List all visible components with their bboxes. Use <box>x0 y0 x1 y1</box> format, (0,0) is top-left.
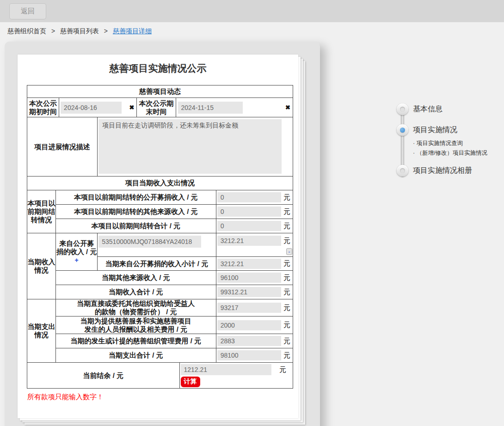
unit-label: 元 <box>283 288 290 297</box>
step-circle-active-icon <box>397 124 408 136</box>
balance-label: 当前结余 / 元 <box>27 363 180 389</box>
expense-aid-input[interactable] <box>217 303 281 313</box>
carryover-public-label: 本项目以前期间结转的公开募捐收入 / 元 <box>56 190 216 205</box>
expense-aid-label: 当期直接或委托其他组织资助给受益人 的款物（物资需折价） / 元 <box>56 299 216 316</box>
progress-label: 项目进展情况描述 <box>27 117 98 176</box>
public-income-label-text: 来自公开募捐的收入 / 元 <box>56 239 97 256</box>
breadcrumb-separator: > <box>51 27 55 35</box>
content-card: 慈善项目实施情况公示 慈善项目动态 本次公示期初时间 ✖ 本次公示期末时 <box>5 42 320 426</box>
stepper-sub-items: · 项目实施情况查询 · （新增/修改）项目实施情况 <box>413 139 487 158</box>
public-income-label: 来自公开募捐的收入 / 元+ <box>56 233 98 271</box>
income-group-label: 当期收入情况 <box>27 233 56 299</box>
unit-label: 元 <box>283 274 290 282</box>
expense-aid-label-line2: 的款物（物资需折价） / 元 <box>56 308 216 316</box>
remove-income-row-button[interactable]: - <box>286 248 292 255</box>
unit-label: 元 <box>283 337 290 346</box>
carryover-total-input[interactable] <box>217 221 281 231</box>
stepper-label: 项目实施情况 <box>413 125 457 135</box>
unit-label: 元 <box>283 304 290 312</box>
progress-description-textarea[interactable]: 项目目前在走访调研阶段，还未筹集到目标金额 <box>98 119 282 174</box>
unit-label: 元 <box>283 222 290 231</box>
stepper-subitem-query[interactable]: · 项目实施情况查询 <box>413 139 487 148</box>
topbar: 返回 <box>0 0 504 22</box>
expense-group-label: 当期支出情况 <box>27 299 56 363</box>
stepper-item-implementation[interactable]: 项目实施情况 <box>397 124 457 136</box>
carryover-other-label: 本项目以前期间结转的其他来源收入 / 元 <box>56 205 216 219</box>
period-start-input[interactable] <box>61 102 122 114</box>
balance-input[interactable] <box>181 364 271 375</box>
stepper-subitem-add-modify[interactable]: · （新增/修改）项目实施情况 <box>413 148 487 158</box>
stepper-label: 基本信息 <box>413 104 443 114</box>
stepper-label: 项目实施情况相册 <box>413 166 472 176</box>
period-end-label: 本次公示期末时间 <box>137 98 176 117</box>
breadcrumb: 慈善组织首页 > 慈善项目列表 > 慈善项目详细 <box>7 27 152 36</box>
stepper-item-basic-info[interactable]: 基本信息 <box>397 103 443 115</box>
publicity-table: 慈善项目动态 本次公示期初时间 ✖ 本次公示期末时间 ✖ <box>27 85 293 389</box>
public-income-subtotal-input[interactable] <box>217 259 281 269</box>
breadcrumb-item-project-detail[interactable]: 慈善项目详细 <box>113 27 152 35</box>
breadcrumb-separator: > <box>104 27 108 35</box>
carryover-total-label: 本项目以前期间结转合计 / 元 <box>56 219 216 233</box>
period-end-input[interactable] <box>178 102 243 114</box>
org-code-input[interactable] <box>98 236 201 248</box>
expense-total-input[interactable] <box>217 350 281 360</box>
income-total-input[interactable] <box>217 287 281 297</box>
unit-label: 元 <box>283 237 290 245</box>
step-circle-icon <box>397 103 408 115</box>
section-header-finance: 项目当期收入支出情况 <box>27 176 293 190</box>
expense-staff-label-line1: 当期为提供慈善服务和实施慈善项目 <box>56 317 216 325</box>
expense-admin-input[interactable] <box>217 336 281 346</box>
other-income-input[interactable] <box>217 273 281 283</box>
carryover-other-input[interactable] <box>217 207 281 217</box>
form-paper: 慈善项目实施情况公示 慈善项目动态 本次公示期初时间 ✖ 本次公示期末时 <box>18 55 298 418</box>
expense-total-label: 当期支出合计 / 元 <box>56 348 216 363</box>
expense-staff-input[interactable] <box>217 320 281 330</box>
section-stepper: 基本信息 项目实施情况 · 项目实施情况查询 · （新增/修改）项目实施情况 项… <box>397 103 504 182</box>
unit-label: 元 <box>283 207 290 216</box>
clear-end-date-icon[interactable]: ✖ <box>285 104 290 111</box>
expense-staff-label-line2: 发生的人员报酬以及相关费用 / 元 <box>56 325 216 334</box>
public-income-input[interactable] <box>217 236 281 246</box>
clear-start-date-icon[interactable]: ✖ <box>129 104 134 111</box>
income-total-label: 当期收入合计 / 元 <box>56 285 216 299</box>
numeric-only-warning: 所有款项只能输入数字！ <box>27 393 298 402</box>
calculate-button[interactable]: 计算 <box>181 377 200 387</box>
unit-label: 元 <box>283 259 290 268</box>
section-header-dynamics: 慈善项目动态 <box>27 85 293 98</box>
unit-label: 元 <box>283 321 290 329</box>
carryover-group-label: 本项目以前期间结转情况 <box>27 190 56 233</box>
stepper-item-photo-album[interactable]: 项目实施情况相册 <box>397 165 472 176</box>
expense-aid-label-line1: 当期直接或委托其他组织资助给受益人 <box>56 299 216 308</box>
breadcrumb-item-home: 慈善组织首页 <box>7 27 46 35</box>
other-income-label: 当期其他来源收入 / 元 <box>56 271 216 285</box>
unit-label: 元 <box>283 351 290 360</box>
page-title: 慈善项目实施情况公示 <box>18 62 298 75</box>
unit-label: 元 <box>283 193 290 202</box>
expense-admin-label: 当期的发生或计提的慈善组织管理费用 / 元 <box>56 334 216 348</box>
period-start-label: 本次公示期初时间 <box>27 98 59 117</box>
add-income-row-button[interactable]: + <box>75 256 79 264</box>
expense-staff-label: 当期为提供慈善服务和实施慈善项目 发生的人员报酬以及相关费用 / 元 <box>56 316 216 334</box>
step-circle-icon <box>397 165 408 176</box>
unit-label: 元 <box>279 365 286 374</box>
public-income-subtotal-label: 当期来自公开募捐的收入小计 / 元 <box>98 257 216 271</box>
breadcrumb-item-project-list: 慈善项目列表 <box>60 27 99 35</box>
back-button[interactable]: 返回 <box>9 3 46 19</box>
carryover-public-input[interactable] <box>217 192 281 202</box>
